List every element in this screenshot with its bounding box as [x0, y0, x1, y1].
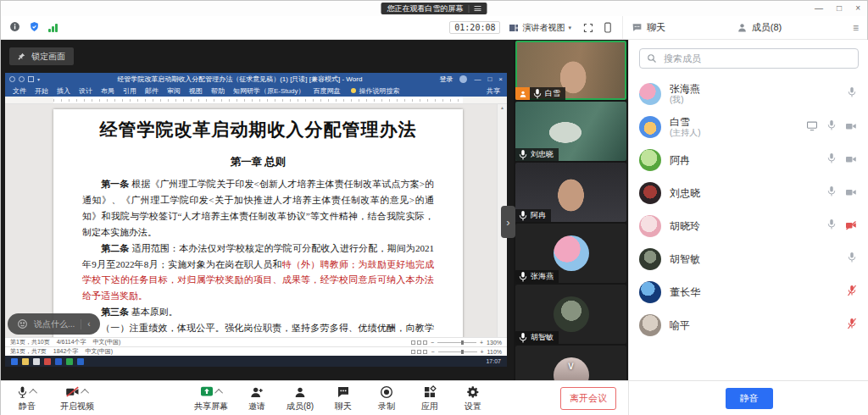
- ribbon-tab-8[interactable]: 审阅: [163, 86, 185, 96]
- security-shield-icon[interactable]: [29, 20, 40, 36]
- panel-menu-icon[interactable]: ≡: [853, 22, 867, 34]
- expand-more-icon[interactable]: ∨: [567, 359, 576, 372]
- taskbar-app-word-icon[interactable]: [55, 358, 62, 365]
- video-tile-白雪[interactable]: 白雪: [515, 41, 626, 100]
- member-row-胡晓玲[interactable]: 胡晓玲: [629, 209, 868, 242]
- mic-status-icon[interactable]: [826, 119, 837, 135]
- screen-status-icon[interactable]: [806, 119, 818, 135]
- member-row-阿冉[interactable]: 阿冉: [629, 143, 868, 176]
- member-row-董长华[interactable]: 董长华: [629, 275, 868, 308]
- video-tile-胡智敏[interactable]: 胡智敏: [515, 285, 626, 344]
- member-row-白雪[interactable]: 白雪(主持人): [629, 110, 868, 143]
- view-switch-icons[interactable]: [411, 340, 427, 345]
- close-button[interactable]: ×: [855, 4, 860, 13]
- mic-status-icon[interactable]: [826, 152, 837, 168]
- mic-status-icon[interactable]: [826, 219, 837, 234]
- ribbon-tab-7[interactable]: 邮件: [141, 86, 163, 96]
- video-options-caret[interactable]: [81, 389, 89, 397]
- fullscreen-icon[interactable]: [583, 23, 593, 33]
- micoff-status-icon[interactable]: [847, 285, 857, 300]
- invite-button[interactable]: 邀请: [242, 385, 271, 412]
- zoom-out-icon[interactable]: −: [431, 340, 434, 346]
- word-quick-access-toolbar[interactable]: ▾: [9, 76, 40, 82]
- taskbar-app-netdisk-icon[interactable]: [44, 358, 51, 365]
- taskbar-app-start-icon[interactable]: [11, 358, 18, 365]
- ribbon-tab-12[interactable]: 百度网盘: [309, 86, 344, 96]
- video-tile[interactable]: ∨: [515, 346, 626, 380]
- ribbon-tab-3[interactable]: 插入: [53, 86, 75, 96]
- mic-status-icon[interactable]: [826, 185, 837, 201]
- record-button[interactable]: 录制: [372, 385, 401, 412]
- status-wordcount[interactable]: 1842个字: [53, 347, 79, 356]
- panel-mute-button[interactable]: 静音: [726, 388, 773, 409]
- apps-button[interactable]: 应用: [415, 385, 444, 412]
- share-options-caret[interactable]: [214, 389, 223, 397]
- word-restore-button[interactable]: □: [487, 75, 492, 83]
- minimize-button[interactable]: —: [815, 4, 823, 13]
- tab-members[interactable]: 成员(8): [737, 21, 782, 34]
- word-minimize-button[interactable]: —: [474, 75, 481, 83]
- taskbar-app-explorer-icon[interactable]: [22, 358, 29, 365]
- mute-button[interactable]: 静音: [13, 385, 42, 412]
- word-signin-label[interactable]: 登录: [439, 75, 453, 84]
- video-panel-collapse-handle[interactable]: ›: [501, 206, 515, 238]
- ribbon-tab-6[interactable]: 引用: [119, 86, 141, 96]
- video-tile-张海燕[interactable]: 张海燕: [515, 224, 626, 283]
- cam-status-icon[interactable]: [845, 185, 857, 201]
- leave-meeting-button[interactable]: 离开会议: [560, 387, 616, 410]
- zoom-in-icon[interactable]: +: [480, 340, 483, 346]
- member-row-刘忠晓[interactable]: 刘忠晓: [629, 176, 868, 209]
- ribbon-tab-9[interactable]: 视图: [185, 86, 207, 96]
- pin-screen-button[interactable]: 锁定画面: [9, 47, 74, 65]
- meeting-info-icon[interactable]: [9, 20, 20, 36]
- member-search-box[interactable]: [639, 48, 859, 69]
- tab-chat[interactable]: 聊天: [623, 21, 665, 34]
- tellme-search[interactable]: 操作说明搜索: [351, 86, 399, 96]
- ribbon-tab-4[interactable]: 设计: [75, 86, 97, 96]
- device-switch-icon[interactable]: [604, 22, 612, 33]
- word-close-button[interactable]: ×: [498, 75, 503, 83]
- word-account-avatar[interactable]: [459, 75, 467, 83]
- status-wordcount[interactable]: 4/6114个字: [57, 338, 86, 346]
- maximize-button[interactable]: □: [837, 4, 842, 13]
- quick-chat-bubble[interactable]: 说点什么... ‹: [8, 313, 100, 335]
- mute-options-caret[interactable]: [29, 389, 37, 397]
- member-row-张海燕[interactable]: 张海燕(我): [629, 77, 868, 110]
- view-mode-dropdown[interactable]: 演讲者视图 ▾: [509, 22, 571, 34]
- micoff-status-icon[interactable]: [847, 318, 857, 333]
- zoom-slider[interactable]: [437, 342, 476, 343]
- zoom-in-icon[interactable]: +: [481, 349, 484, 355]
- ribbon-tab-5[interactable]: 布局: [97, 86, 119, 96]
- member-row-喻平[interactable]: 喻平: [629, 308, 868, 341]
- members-button[interactable]: 成员(8): [286, 385, 314, 412]
- video-tile-阿冉[interactable]: 阿冉: [515, 163, 626, 222]
- chat-button[interactable]: 聊天: [329, 385, 358, 412]
- ribbon-tab-1[interactable]: 文件: [8, 86, 31, 96]
- status-language[interactable]: 中文(中国): [93, 338, 121, 346]
- collapse-bubble-icon[interactable]: ‹: [87, 319, 90, 329]
- taskbar-app-files-icon[interactable]: [33, 358, 40, 365]
- word-share-button[interactable]: 共享: [487, 86, 504, 96]
- ribbon-tab-11[interactable]: 知网研学（原E-Study）: [229, 86, 309, 96]
- taskbar-app-wechat-icon[interactable]: [66, 358, 73, 365]
- document-page[interactable]: 经管学院改革启动期收入分配管理办法 第一章 总则 第一条 根据《广州理工学院关于…: [53, 109, 463, 337]
- ribbon-tab-2[interactable]: 开始: [31, 86, 53, 96]
- zoom-slider[interactable]: [438, 351, 477, 352]
- view-switch-icons[interactable]: [411, 350, 427, 354]
- settings-button[interactable]: 设置: [459, 385, 487, 412]
- ribbon-tab-10[interactable]: 帮助: [207, 86, 229, 96]
- share-screen-button[interactable]: 共享屏幕: [194, 385, 228, 412]
- banner-menu-icon[interactable]: [475, 6, 481, 11]
- zoom-out-icon[interactable]: −: [431, 349, 434, 355]
- video-tile-刘忠晓[interactable]: 刘忠晓: [515, 102, 626, 161]
- camoff-status-icon[interactable]: [845, 219, 857, 234]
- mic-status-icon[interactable]: [847, 86, 857, 102]
- start-video-button[interactable]: 开启视频: [60, 385, 94, 412]
- member-search-input[interactable]: [662, 53, 851, 64]
- taskbar-app-qq-icon[interactable]: [77, 358, 84, 365]
- member-row-胡智敏[interactable]: 胡智敏: [629, 242, 868, 275]
- cam-status-icon[interactable]: [845, 119, 857, 135]
- mic-status-icon[interactable]: [847, 252, 857, 267]
- status-language[interactable]: 中文(中国): [85, 347, 113, 356]
- cam-status-icon[interactable]: [845, 152, 857, 168]
